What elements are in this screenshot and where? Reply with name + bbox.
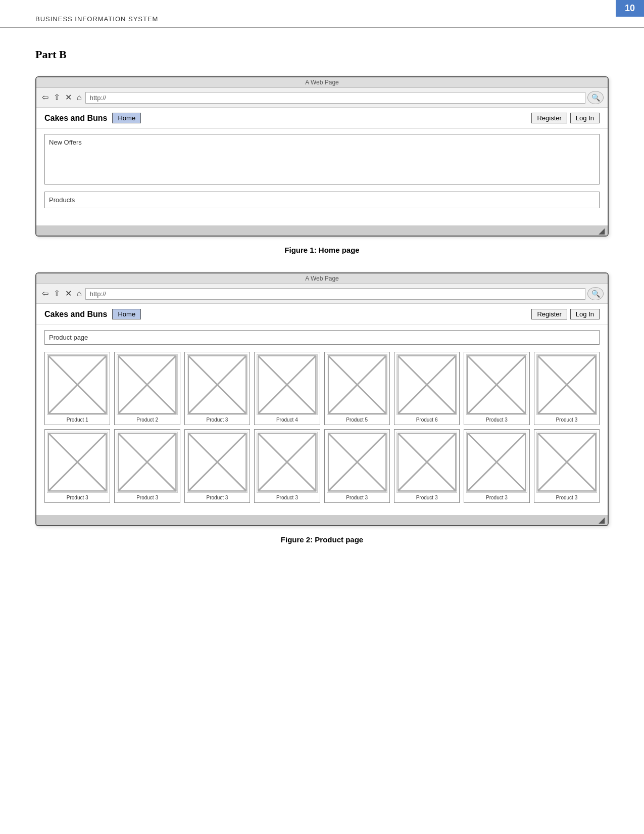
browser2-title-bar: A Web Page xyxy=(36,273,608,284)
address-bar2[interactable] xyxy=(85,288,585,300)
product-card[interactable]: Product 5 xyxy=(324,352,390,425)
product-card[interactable]: Product 6 xyxy=(394,352,460,425)
product-label: Product 3 xyxy=(486,417,508,423)
figure2-caption: Figure 2: Product page xyxy=(35,535,609,544)
browser2-content: Cakes and Buns Home Register Log In Prod… xyxy=(36,304,608,515)
product-card[interactable]: Product 4 xyxy=(254,352,320,425)
product-card[interactable]: Product 3 xyxy=(44,429,110,502)
scroll-indicator2: ◢ xyxy=(36,515,608,525)
forward-button2[interactable]: ⇧ xyxy=(52,290,62,298)
doc-header: BUSINESS INFORMATION SYSTEM xyxy=(0,0,644,28)
site2-nav-right: Register Log In xyxy=(531,309,600,319)
product-image xyxy=(117,354,177,415)
figure1-browser: A Web Page ⇦ ⇧ ✕ ⌂ 🔍 Cakes and Buns Home… xyxy=(35,76,609,237)
products-box: Products xyxy=(44,192,600,208)
products-label: Products xyxy=(49,196,75,204)
login-button[interactable]: Log In xyxy=(570,113,600,123)
home-nav-button[interactable]: Home xyxy=(112,113,141,123)
product-label: Product 3 xyxy=(486,495,508,500)
product-label: Product 6 xyxy=(416,417,438,423)
register-button2[interactable]: Register xyxy=(531,309,567,319)
site1-nav-right: Register Log In xyxy=(531,113,600,123)
product-label: Product 3 xyxy=(67,495,88,500)
browser1-title-bar: A Web Page xyxy=(36,77,608,88)
product-card[interactable]: Product 3 xyxy=(464,352,529,425)
product-card[interactable]: Product 1 xyxy=(44,352,110,425)
product-grid-row1: Product 1 Product 2 Product 3 Product 4 … xyxy=(44,352,600,425)
site2-logo: Cakes and Buns xyxy=(44,310,107,319)
product-card[interactable]: Product 2 xyxy=(114,352,180,425)
product-label: Product 1 xyxy=(67,417,88,423)
scroll-indicator1: ◢ xyxy=(36,225,608,236)
product-image xyxy=(47,354,108,415)
product-image xyxy=(257,354,317,415)
product-card[interactable]: Product 3 xyxy=(464,429,529,502)
doc-body: Part B A Web Page ⇦ ⇧ ✕ ⌂ 🔍 Cakes and Bu… xyxy=(0,28,644,582)
product-image xyxy=(536,354,597,415)
product-image xyxy=(47,432,108,492)
product-label: Product 3 xyxy=(207,495,228,500)
back-button[interactable]: ⇦ xyxy=(40,94,50,102)
forward-button[interactable]: ⇧ xyxy=(52,94,62,102)
login-button2[interactable]: Log In xyxy=(570,309,600,319)
address-bar[interactable] xyxy=(85,92,585,104)
product-label: Product 2 xyxy=(136,417,158,423)
browser2-toolbar: ⇦ ⇧ ✕ ⌂ 🔍 xyxy=(36,284,608,304)
search-icon2[interactable]: 🔍 xyxy=(587,287,604,300)
product-image xyxy=(257,432,317,492)
product-image xyxy=(327,354,387,415)
product-label: Product 3 xyxy=(416,495,438,500)
product-label: Product 3 xyxy=(136,495,158,500)
product-image xyxy=(536,432,597,492)
product-image xyxy=(466,432,527,492)
new-offers-label: New Offers xyxy=(49,138,82,146)
product-image xyxy=(397,354,457,415)
browser1-content: Cakes and Buns Home Register Log In New … xyxy=(36,108,608,225)
product-page-content: Product page Product 1 Product 2 Product… xyxy=(36,325,608,515)
product-image xyxy=(466,354,527,415)
site2-navbar: Cakes and Buns Home Register Log In xyxy=(36,304,608,325)
product-image xyxy=(187,432,247,492)
figure1-caption: Figure 1: Home page xyxy=(35,246,609,254)
home-button2[interactable]: ⌂ xyxy=(75,290,83,298)
search-icon[interactable]: 🔍 xyxy=(587,91,604,104)
stop-button2[interactable]: ✕ xyxy=(64,290,73,298)
product-card[interactable]: Product 3 xyxy=(114,429,180,502)
product-label: Product 3 xyxy=(207,417,228,423)
header-text: BUSINESS INFORMATION SYSTEM xyxy=(35,15,158,23)
product-image xyxy=(397,432,457,492)
product-image xyxy=(117,432,177,492)
register-button[interactable]: Register xyxy=(531,113,567,123)
product-card[interactable]: Product 3 xyxy=(534,352,600,425)
part-title: Part B xyxy=(35,48,609,61)
product-image xyxy=(327,432,387,492)
product-card[interactable]: Product 3 xyxy=(394,429,460,502)
browser1-toolbar: ⇦ ⇧ ✕ ⌂ 🔍 xyxy=(36,88,608,108)
product-card[interactable]: Product 3 xyxy=(184,352,250,425)
figure2-browser: A Web Page ⇦ ⇧ ✕ ⌂ 🔍 Cakes and Buns Home… xyxy=(35,272,609,526)
product-card[interactable]: Product 3 xyxy=(254,429,320,502)
new-offers-box: New Offers xyxy=(44,134,600,184)
home-nav-button2[interactable]: Home xyxy=(112,309,141,319)
home-button[interactable]: ⌂ xyxy=(75,94,83,102)
back-button2[interactable]: ⇦ xyxy=(40,290,50,298)
product-card[interactable]: Product 3 xyxy=(324,429,390,502)
product-card[interactable]: Product 3 xyxy=(184,429,250,502)
product-label: Product 3 xyxy=(276,495,298,500)
page-number: 10 xyxy=(616,0,644,17)
product-label: Product 3 xyxy=(556,417,577,423)
product-label: Product 5 xyxy=(346,417,368,423)
product-page-label: Product page xyxy=(44,330,600,345)
site1-logo: Cakes and Buns xyxy=(44,114,107,123)
product-grid-row2: Product 3 Product 3 Product 3 Product 3 … xyxy=(44,429,600,502)
product-label: Product 4 xyxy=(276,417,298,423)
product-label: Product 3 xyxy=(556,495,577,500)
product-label: Product 3 xyxy=(346,495,368,500)
home-content: New Offers Products xyxy=(36,129,608,225)
stop-button[interactable]: ✕ xyxy=(64,94,73,102)
product-card[interactable]: Product 3 xyxy=(534,429,600,502)
site1-navbar: Cakes and Buns Home Register Log In xyxy=(36,108,608,129)
product-image xyxy=(187,354,247,415)
